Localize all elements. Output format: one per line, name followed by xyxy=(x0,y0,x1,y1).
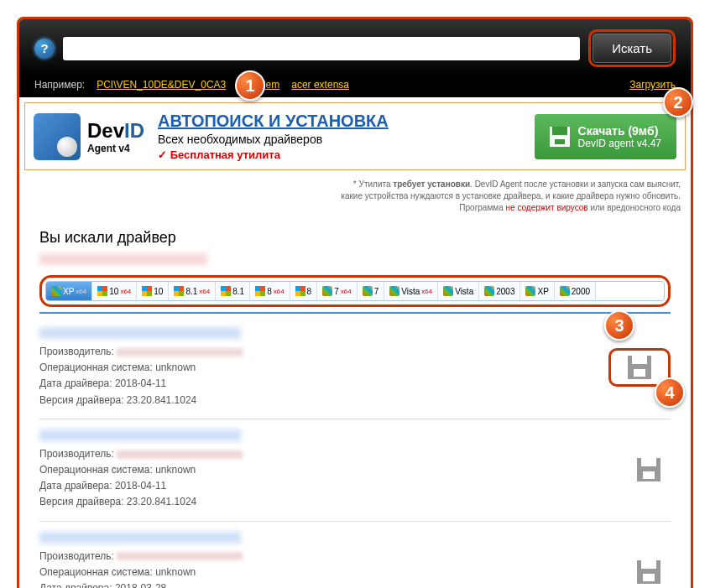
os-tab-8[interactable]: 8 xyxy=(290,282,318,300)
windows-icon xyxy=(221,286,231,296)
help-icon[interactable]: ? xyxy=(34,39,55,59)
callout-4: 4 xyxy=(655,377,685,408)
promo-subtitle: Всех необходимых драйверов xyxy=(158,133,521,146)
windows-icon xyxy=(443,286,453,296)
driver-title-blurred[interactable] xyxy=(39,532,241,544)
devid-logo-version: Agent v4 xyxy=(87,143,144,154)
os-tab-8.1-x64[interactable]: 8.1x64 xyxy=(169,282,216,300)
windows-icon xyxy=(97,286,107,296)
promo-banner: DevID Agent v4 АВТОПОИСК И УСТАНОВКА Все… xyxy=(24,102,686,170)
os-tab-8-x64[interactable]: 8x64 xyxy=(250,282,290,300)
os-filter-tabs: XPx6410x64108.1x648.18x6487x647Vistax64V… xyxy=(45,281,665,301)
results-heading: Вы искали драйвер xyxy=(39,229,671,247)
os-tab-10-x64[interactable]: 10x64 xyxy=(92,282,137,300)
example-link-3[interactable]: acer extensa xyxy=(291,79,349,91)
windows-icon xyxy=(142,286,152,296)
download-driver-icon[interactable] xyxy=(628,356,651,379)
windows-icon xyxy=(174,286,184,296)
os-tab-2000[interactable]: 2000 xyxy=(555,282,596,300)
devid-logo-icon xyxy=(34,113,81,160)
os-tab-XP-x64[interactable]: XPx64 xyxy=(46,282,92,300)
driver-manufacturer: Производитель: xyxy=(39,344,592,360)
upload-link[interactable]: Загрузить xyxy=(629,79,676,91)
os-tab-7-x64[interactable]: 7x64 xyxy=(317,282,357,300)
floppy-icon xyxy=(550,127,570,147)
driver-title-blurred[interactable] xyxy=(39,429,241,441)
driver-date: Дата драйвера: 2018-04-11 xyxy=(39,376,592,392)
windows-icon xyxy=(484,286,494,296)
callout-1: 1 xyxy=(235,70,265,101)
os-tab-2003[interactable]: 2003 xyxy=(479,282,520,300)
os-tab-Vista-x64[interactable]: Vistax64 xyxy=(384,282,438,300)
download-button[interactable]: Скачать (9мб) DevID agent v4.47 xyxy=(535,114,676,159)
os-tab-7[interactable]: 7 xyxy=(358,282,385,300)
os-tab-XP[interactable]: XP xyxy=(520,282,554,300)
os-tab-8.1[interactable]: 8.1 xyxy=(216,282,250,300)
download-driver-icon[interactable] xyxy=(637,458,660,481)
driver-result: Производитель: Операционная система: unk… xyxy=(39,317,671,419)
driver-manufacturer: Производитель: xyxy=(39,446,610,462)
driver-date: Дата драйвера: 2018-04-11 xyxy=(39,478,610,494)
driver-manufacturer: Производитель: xyxy=(39,549,610,565)
callout-2: 2 xyxy=(663,87,693,117)
windows-icon xyxy=(363,286,373,296)
search-bar: ? Искать xyxy=(19,19,691,75)
driver-version: Версия драйвера: 23.20.841.1024 xyxy=(39,494,610,510)
windows-icon xyxy=(525,286,535,296)
search-term-blurred xyxy=(39,253,207,265)
driver-result: Производитель: Операционная система: unk… xyxy=(39,522,671,589)
windows-icon xyxy=(51,286,61,296)
driver-os: Операционная система: unknown xyxy=(39,360,592,376)
windows-icon xyxy=(560,286,570,296)
example-link-1[interactable]: PCI\VEN_10DE&DEV_0CA3 xyxy=(97,79,226,91)
windows-icon xyxy=(255,286,265,296)
windows-icon xyxy=(322,286,332,296)
driver-version: Версия драйвера: 23.20.841.1024 xyxy=(39,393,592,408)
driver-os: Операционная система: unknown xyxy=(39,565,610,580)
os-tab-Vista[interactable]: Vista xyxy=(438,282,479,300)
examples-bar: Например: PCI\VEN_10DE&DEV_0CA3 b modem … xyxy=(19,75,691,97)
promo-free-label: Бесплатная утилита xyxy=(158,148,521,161)
driver-title-blurred[interactable] xyxy=(39,327,241,339)
windows-icon xyxy=(295,286,305,296)
download-driver-icon[interactable] xyxy=(637,560,660,584)
example-label: Например: xyxy=(34,79,85,91)
windows-icon xyxy=(389,286,399,296)
promo-title[interactable]: АВТОПОИСК И УСТАНОВКА xyxy=(158,112,521,131)
driver-date: Дата драйвера: 2018-03-28 xyxy=(39,580,610,588)
callout-3: 3 xyxy=(604,310,634,341)
search-input[interactable] xyxy=(63,37,580,60)
os-tab-10[interactable]: 10 xyxy=(137,282,169,300)
driver-result: Производитель: Операционная система: unk… xyxy=(39,419,671,522)
search-button[interactable]: Искать xyxy=(593,34,671,63)
download-label: Скачать (9мб) xyxy=(578,124,661,138)
driver-os: Операционная система: unknown xyxy=(39,462,610,478)
devid-logo-text: DevID xyxy=(87,119,144,143)
disclaimer-text: * Утилита требует установки. DevID Agent… xyxy=(19,175,691,221)
download-version: DevID agent v4.47 xyxy=(578,138,661,149)
